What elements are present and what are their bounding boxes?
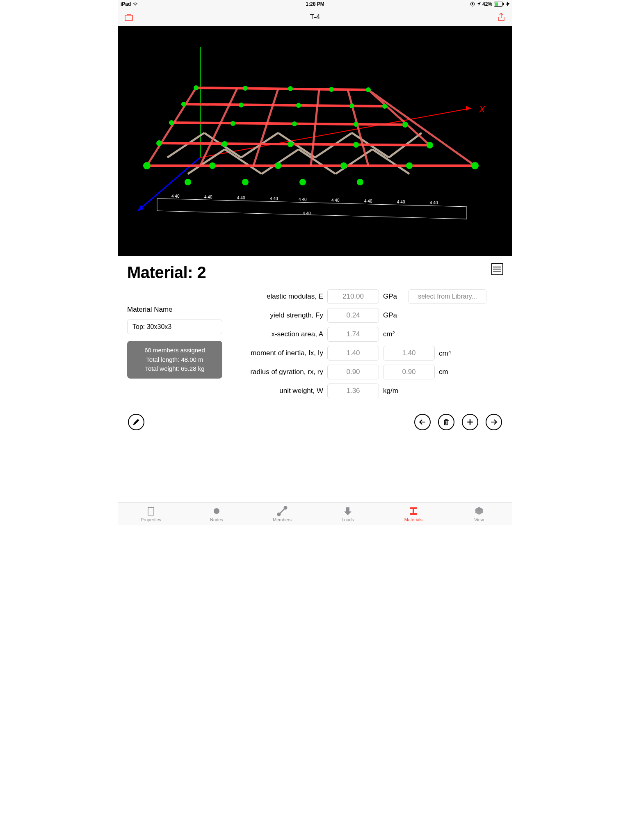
svg-point-57: [194, 85, 199, 90]
delete-button[interactable]: [438, 414, 454, 430]
svg-line-14: [299, 149, 336, 174]
folder-icon[interactable]: [124, 12, 134, 22]
nav-bar: T-4: [118, 8, 512, 26]
svg-point-38: [275, 162, 281, 169]
tab-loads[interactable]: Loads: [315, 502, 381, 525]
inertia-iy-input[interactable]: [383, 346, 435, 361]
wifi-icon: [132, 2, 138, 6]
edit-button[interactable]: [128, 414, 144, 430]
status-bar: iPad 1:28 PM 42%: [118, 0, 512, 8]
next-button[interactable]: [486, 414, 502, 430]
svg-point-63: [242, 179, 249, 185]
svg-point-36: [143, 162, 151, 169]
tab-properties[interactable]: Properties: [118, 502, 184, 525]
svg-text:4 40: 4 40: [364, 199, 372, 203]
svg-point-49: [292, 121, 297, 126]
elastic-unit: GPa: [383, 292, 404, 301]
section-area-label: x-section area, A: [232, 330, 323, 338]
svg-point-62: [185, 179, 191, 185]
moment-inertia-label: moment of inertia, Ix, Iy: [232, 349, 323, 357]
svg-text:4 40: 4 40: [430, 201, 438, 205]
gyration-ry-input[interactable]: [383, 365, 435, 379]
tab-bar: Properties Nodes Members Loads Materials…: [118, 502, 512, 525]
svg-rect-3: [503, 3, 504, 5]
svg-line-16: [372, 149, 409, 174]
svg-rect-84: [410, 507, 417, 509]
add-button[interactable]: [462, 414, 478, 430]
svg-point-44: [288, 142, 293, 147]
svg-point-53: [239, 103, 244, 107]
list-menu-icon[interactable]: [491, 263, 503, 275]
view-icon: [474, 506, 484, 516]
nav-title: T-4: [310, 13, 320, 21]
svg-point-37: [209, 162, 216, 169]
library-select-button[interactable]: select from Library...: [409, 289, 486, 304]
svg-text:X: X: [479, 104, 486, 114]
yield-unit: GPa: [383, 311, 404, 320]
svg-line-17: [167, 133, 204, 158]
svg-point-47: [169, 120, 174, 125]
tab-label: Properties: [141, 517, 161, 522]
svg-text:4 40: 4 40: [299, 197, 307, 202]
svg-rect-85: [413, 509, 414, 513]
svg-point-61: [366, 87, 371, 92]
location-icon: [477, 2, 481, 6]
svg-text:4 40: 4 40: [303, 211, 311, 216]
section-area-input[interactable]: [327, 327, 379, 342]
unit-weight-input[interactable]: [327, 383, 379, 398]
materials-icon: [408, 506, 419, 516]
svg-text:4 40: 4 40: [171, 194, 180, 199]
svg-point-56: [382, 104, 387, 109]
svg-marker-7: [466, 106, 471, 111]
charging-icon: [506, 2, 509, 7]
material-panel: Material: 2 Material Name 60 members ass…: [118, 256, 512, 502]
prev-button[interactable]: [414, 414, 431, 430]
elastic-modulus-label: elastic modulas, E: [232, 292, 323, 301]
battery-icon: [494, 2, 504, 7]
tab-label: Materials: [404, 517, 423, 522]
members-icon: [277, 506, 288, 516]
svg-line-13: [262, 149, 299, 174]
svg-point-82: [278, 513, 280, 516]
svg-text:4 40: 4 40: [397, 200, 405, 204]
svg-point-65: [357, 179, 363, 185]
tab-members[interactable]: Members: [249, 502, 315, 525]
svg-point-39: [340, 162, 347, 169]
svg-line-67: [157, 211, 467, 219]
unit-weight-label: unit weight, W: [232, 387, 323, 395]
tab-nodes[interactable]: Nodes: [184, 502, 249, 525]
svg-text:4 40: 4 40: [237, 196, 245, 200]
svg-point-51: [402, 122, 408, 128]
svg-point-42: [156, 140, 162, 146]
tab-view[interactable]: View: [446, 502, 512, 525]
svg-line-31: [253, 89, 278, 166]
weight-unit: kg/m: [383, 387, 404, 395]
material-name-input[interactable]: [127, 320, 222, 334]
tab-label: Members: [273, 517, 292, 522]
properties-icon: [146, 506, 156, 516]
svg-line-24: [196, 88, 368, 90]
elastic-modulus-input[interactable]: [327, 289, 379, 304]
share-icon[interactable]: [496, 12, 506, 22]
tab-materials[interactable]: Materials: [381, 502, 446, 525]
tab-label: View: [474, 517, 484, 522]
svg-point-80: [214, 508, 219, 514]
svg-point-52: [181, 102, 186, 107]
3d-viewport[interactable]: X: [118, 26, 512, 256]
truss-render: X: [118, 26, 512, 256]
svg-point-58: [243, 86, 248, 91]
gyration-rx-input[interactable]: [327, 365, 379, 379]
svg-point-83: [284, 507, 287, 509]
summary-weight: Total weight: 65.28 kg: [133, 364, 217, 374]
tab-label: Nodes: [210, 517, 223, 522]
svg-text:4 40: 4 40: [331, 198, 340, 203]
svg-rect-86: [410, 513, 417, 515]
svg-line-12: [225, 149, 262, 174]
inertia-ix-input[interactable]: [327, 346, 379, 361]
inertia-unit: cm⁴: [439, 349, 460, 358]
svg-point-46: [427, 142, 433, 148]
yield-strength-input[interactable]: [327, 308, 379, 323]
svg-point-54: [296, 103, 301, 108]
svg-point-59: [288, 86, 293, 91]
svg-point-64: [299, 179, 306, 185]
